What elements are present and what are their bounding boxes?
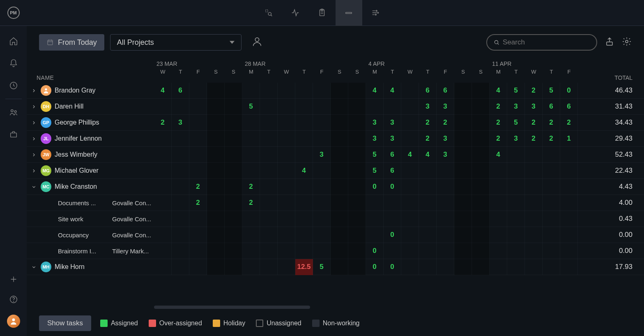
workload-cell[interactable]: 4 [490,83,507,99]
workload-cell[interactable] [278,195,295,211]
workload-cell[interactable] [401,99,419,115]
workload-cell[interactable]: 4 [295,163,313,179]
workload-cell[interactable]: 2 [419,115,437,131]
workload-cell[interactable] [437,259,454,275]
workload-cell[interactable] [278,131,295,147]
workload-cell[interactable] [278,115,295,131]
workload-cell[interactable] [313,131,331,147]
workload-cell[interactable] [331,99,348,115]
workload-cell[interactable]: 12.5 [295,259,313,275]
workload-cell[interactable] [437,243,454,259]
view-activity-icon[interactable] [282,0,309,26]
workload-cell[interactable] [154,227,172,243]
workload-cell[interactable] [260,147,278,163]
workload-cell[interactable] [331,163,348,179]
workload-cell[interactable] [454,195,472,211]
workload-cell[interactable]: 0 [366,259,384,275]
workload-cell[interactable] [225,163,242,179]
workload-cell[interactable] [313,227,331,243]
workload-cell[interactable] [454,163,472,179]
workload-cell[interactable] [348,115,366,131]
workload-cell[interactable] [384,99,401,115]
workload-cell[interactable]: 2 [525,83,543,99]
workload-cell[interactable] [207,131,225,147]
workload-cell[interactable] [507,243,525,259]
workload-cell[interactable] [207,99,225,115]
workload-cell[interactable] [472,227,490,243]
workload-cell[interactable]: 2 [525,115,543,131]
workload-cell[interactable] [560,163,578,179]
workload-cell[interactable] [348,131,366,147]
workload-cell[interactable] [172,131,189,147]
current-user-avatar[interactable] [7,315,20,328]
workload-cell[interactable] [525,147,543,163]
workload-cell[interactable] [189,83,207,99]
workload-cell[interactable] [543,211,560,227]
workload-cell[interactable] [331,83,348,99]
workload-cell[interactable] [225,115,242,131]
expand-toggle[interactable] [30,103,37,110]
workload-cell[interactable] [348,99,366,115]
workload-cell[interactable] [207,195,225,211]
workload-cell[interactable]: 2 [242,195,260,211]
workload-cell[interactable] [278,163,295,179]
workload-cell[interactable] [525,179,543,195]
workload-cell[interactable]: 0 [384,259,401,275]
workload-cell[interactable] [384,243,401,259]
workload-cell[interactable] [242,227,260,243]
workload-cell[interactable] [490,179,507,195]
workload-cell[interactable] [472,211,490,227]
workload-cell[interactable] [207,259,225,275]
workload-cell[interactable]: 6 [172,83,189,99]
workload-cell[interactable] [207,147,225,163]
workload-cell[interactable] [225,131,242,147]
workload-cell[interactable] [172,163,189,179]
workload-cell[interactable] [348,147,366,163]
workload-cell[interactable]: 3 [419,99,437,115]
workload-cell[interactable] [331,211,348,227]
workload-cell[interactable]: 4 [384,83,401,99]
workload-cell[interactable] [154,147,172,163]
workload-cell[interactable] [543,243,560,259]
workload-cell[interactable] [348,259,366,275]
workload-cell[interactable]: 3 [366,131,384,147]
workload-cell[interactable] [454,227,472,243]
workload-cell[interactable] [419,211,437,227]
workload-cell[interactable]: 2 [154,115,172,131]
export-icon[interactable] [605,37,614,48]
workload-cell[interactable]: 5 [366,163,384,179]
workload-cell[interactable]: 0 [366,243,384,259]
workload-cell[interactable] [401,259,419,275]
workload-cell[interactable] [507,211,525,227]
workload-cell[interactable] [313,211,331,227]
workload-cell[interactable] [525,227,543,243]
workload-cell[interactable] [189,99,207,115]
workload-cell[interactable] [454,243,472,259]
workload-cell[interactable] [472,99,490,115]
workload-cell[interactable] [260,195,278,211]
workload-cell[interactable]: 3 [437,147,454,163]
workload-cell[interactable] [543,163,560,179]
workload-cell[interactable] [560,259,578,275]
workload-cell[interactable] [260,163,278,179]
workload-cell[interactable] [437,195,454,211]
person-filter-icon[interactable] [251,36,263,49]
workload-cell[interactable] [295,179,313,195]
workload-cell[interactable] [225,99,242,115]
workload-cell[interactable] [331,179,348,195]
expand-toggle[interactable] [30,151,37,158]
workload-cell[interactable] [295,227,313,243]
workload-cell[interactable] [401,131,419,147]
workload-cell[interactable] [278,243,295,259]
workload-cell[interactable] [189,243,207,259]
workload-cell[interactable]: 3 [384,131,401,147]
workload-cell[interactable] [242,115,260,131]
expand-toggle[interactable] [30,263,37,271]
workload-cell[interactable]: 5 [543,83,560,99]
workload-cell[interactable] [154,195,172,211]
workload-cell[interactable] [225,83,242,99]
workload-cell[interactable] [437,227,454,243]
workload-cell[interactable] [154,131,172,147]
expand-toggle[interactable] [30,183,37,190]
expand-toggle[interactable] [30,87,37,94]
